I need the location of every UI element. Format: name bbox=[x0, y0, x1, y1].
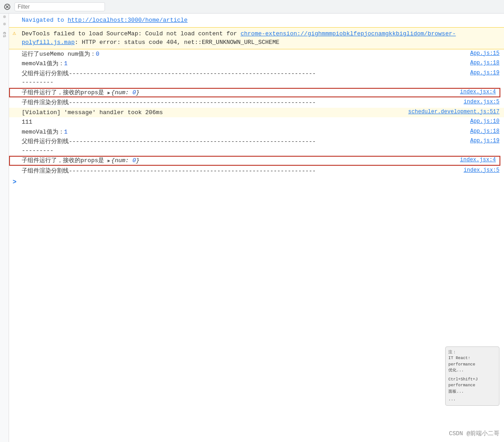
panel-text-2: Ctrl+Shift+Jperformance面板... bbox=[448, 377, 496, 395]
log-111: 111 App.js:10 bbox=[9, 117, 504, 127]
left-strip: es bbox=[0, 14, 9, 442]
log8-content: 父组件运行分割线--------------------------------… bbox=[22, 137, 466, 155]
log-memoval-1: memoVal值为：1 App.js:18 bbox=[9, 59, 504, 69]
panel-text-1: 注：IT React↑performance优化... bbox=[448, 350, 496, 374]
toolbar bbox=[0, 0, 504, 14]
log1-file[interactable]: App.js:15 bbox=[466, 50, 504, 57]
main-console: Navigated to http://localhost:3000/home/… bbox=[9, 14, 504, 442]
violation-content: [Violation] 'message' handler took 206ms bbox=[22, 108, 404, 117]
prompt-line: > bbox=[9, 176, 504, 188]
log-usememo: 运行了useMemo num值为：0 App.js:15 bbox=[9, 49, 504, 59]
props-obj-1: {num: 0} bbox=[111, 89, 139, 96]
strip-dot-2 bbox=[3, 23, 6, 25]
warning-line: ⚠ DevTools failed to load SourceMap: Cou… bbox=[9, 27, 504, 49]
log-child-divider-2: 子组件渲染分割线--------------------------------… bbox=[9, 166, 504, 176]
log3-content: 父组件运行分割线--------------------------------… bbox=[22, 69, 466, 87]
log5-content: 子组件渲染分割线--------------------------------… bbox=[22, 98, 459, 107]
log6-content: 111 bbox=[22, 118, 466, 127]
clear-icon[interactable] bbox=[4, 3, 11, 10]
log8-file[interactable]: App.js:19 bbox=[466, 137, 504, 144]
console-wrapper: es Navigated to http://localhost:3000/ho… bbox=[0, 14, 504, 442]
strip-dot bbox=[3, 15, 6, 18]
log-violation: [Violation] 'message' handler took 206ms… bbox=[9, 108, 504, 118]
log1-value: 0 bbox=[96, 51, 100, 58]
log2-value: 1 bbox=[64, 60, 68, 67]
log4-file[interactable]: index.jsx:4 bbox=[456, 88, 500, 95]
devtools-panel: es Navigated to http://localhost:3000/ho… bbox=[0, 0, 504, 442]
log-memoval-2: memoVal值为：1 App.js:18 bbox=[9, 127, 504, 137]
log2-file[interactable]: App.js:18 bbox=[466, 59, 504, 66]
panel-text-3: ... bbox=[448, 397, 496, 403]
nav-line: Navigated to http://localhost:3000/home/… bbox=[9, 14, 504, 27]
violation-file[interactable]: scheduler.development.js:517 bbox=[404, 108, 504, 115]
nav-url[interactable]: http://localhost:3000/home/article bbox=[67, 17, 187, 24]
bottom-panel: 注：IT React↑performance优化... Ctrl+Shift+J… bbox=[445, 346, 499, 406]
log4-content: 子组件运行了，接收的props是 ▶{num: 0} bbox=[22, 88, 456, 97]
log10-file[interactable]: index.jsx:5 bbox=[459, 167, 504, 173]
log7-file[interactable]: App.js:18 bbox=[466, 128, 504, 135]
log7-content: memoVal值为：1 bbox=[22, 128, 466, 137]
error-link[interactable]: chrome-extension://gighmmmpiobklfepjocna… bbox=[22, 30, 456, 46]
strip-label: es bbox=[2, 32, 7, 38]
log6-file[interactable]: App.js:10 bbox=[466, 118, 504, 125]
log-child-boxed-1: 子组件运行了，接收的props是 ▶{num: 0} index.jsx:4 bbox=[9, 88, 500, 98]
log2-content: memoVal值为：1 bbox=[22, 59, 466, 68]
log9-content: 子组件运行了，接收的props是 ▶{num: 0} bbox=[22, 156, 456, 165]
log3-file[interactable]: App.js:19 bbox=[466, 69, 504, 76]
log10-content: 子组件渲染分割线--------------------------------… bbox=[22, 167, 459, 176]
log1-content: 运行了useMemo num值为：0 bbox=[22, 50, 466, 59]
log-divider-1: 父组件运行分割线--------------------------------… bbox=[9, 69, 504, 87]
expand-icon-2[interactable]: ▶ bbox=[108, 159, 110, 163]
log-child-boxed-2: 子组件运行了，接收的props是 ▶{num: 0} index.jsx:4 bbox=[9, 156, 500, 166]
warning-content: DevTools failed to load SourceMap: Could… bbox=[22, 29, 500, 47]
log-divider-2: 父组件运行分割线--------------------------------… bbox=[9, 137, 504, 155]
nav-content: Navigated to http://localhost:3000/home/… bbox=[22, 16, 500, 25]
log7-value: 1 bbox=[64, 129, 68, 135]
log9-file[interactable]: index.jsx:4 bbox=[456, 156, 500, 163]
navigated-text: Navigated to bbox=[22, 17, 67, 24]
log-child-divider-1: 子组件渲染分割线--------------------------------… bbox=[9, 98, 504, 108]
log5-file[interactable]: index.jsx:5 bbox=[459, 98, 504, 105]
props-obj-2: {num: 0} bbox=[111, 157, 139, 164]
watermark: CSDN @前端小二哥 bbox=[449, 429, 499, 437]
warning-icon: ⚠ bbox=[13, 29, 20, 37]
filter-input[interactable] bbox=[14, 2, 105, 11]
prompt-chevron[interactable]: > bbox=[13, 178, 16, 186]
expand-icon-1[interactable]: ▶ bbox=[108, 91, 110, 96]
